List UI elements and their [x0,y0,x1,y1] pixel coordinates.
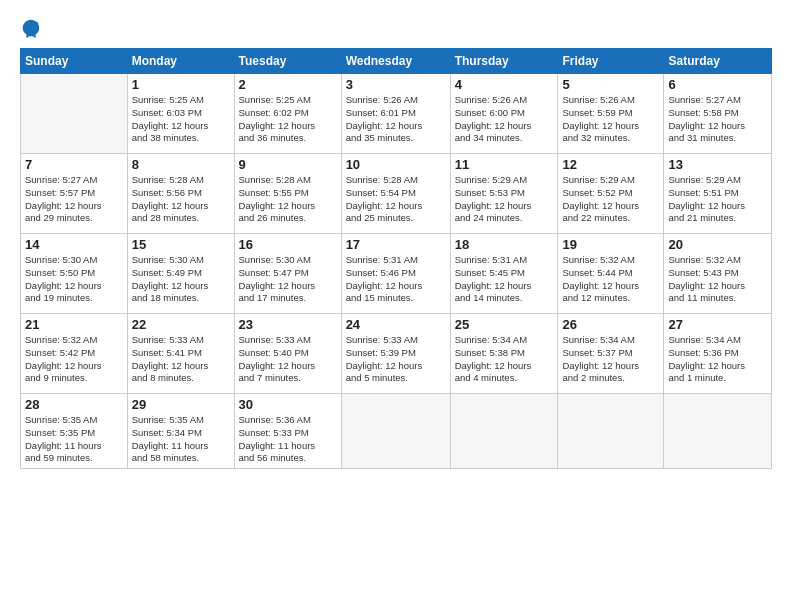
day-info: Sunrise: 5:27 AM Sunset: 5:57 PM Dayligh… [25,174,123,225]
day-number: 7 [25,157,123,172]
calendar-cell: 7Sunrise: 5:27 AM Sunset: 5:57 PM Daylig… [21,154,128,234]
calendar-cell: 18Sunrise: 5:31 AM Sunset: 5:45 PM Dayli… [450,234,558,314]
calendar-week-row: 21Sunrise: 5:32 AM Sunset: 5:42 PM Dayli… [21,314,772,394]
calendar-day-header: Saturday [664,49,772,74]
day-info: Sunrise: 5:33 AM Sunset: 5:40 PM Dayligh… [239,334,337,385]
day-info: Sunrise: 5:30 AM Sunset: 5:49 PM Dayligh… [132,254,230,305]
calendar-cell: 23Sunrise: 5:33 AM Sunset: 5:40 PM Dayli… [234,314,341,394]
calendar-cell: 25Sunrise: 5:34 AM Sunset: 5:38 PM Dayli… [450,314,558,394]
day-number: 22 [132,317,230,332]
calendar-cell: 11Sunrise: 5:29 AM Sunset: 5:53 PM Dayli… [450,154,558,234]
page-header [20,18,772,40]
day-number: 21 [25,317,123,332]
day-info: Sunrise: 5:34 AM Sunset: 5:38 PM Dayligh… [455,334,554,385]
day-info: Sunrise: 5:36 AM Sunset: 5:33 PM Dayligh… [239,414,337,465]
calendar-day-header: Thursday [450,49,558,74]
calendar-cell: 2Sunrise: 5:25 AM Sunset: 6:02 PM Daylig… [234,74,341,154]
calendar-cell: 4Sunrise: 5:26 AM Sunset: 6:00 PM Daylig… [450,74,558,154]
day-info: Sunrise: 5:32 AM Sunset: 5:44 PM Dayligh… [562,254,659,305]
calendar-cell: 24Sunrise: 5:33 AM Sunset: 5:39 PM Dayli… [341,314,450,394]
calendar-cell: 26Sunrise: 5:34 AM Sunset: 5:37 PM Dayli… [558,314,664,394]
calendar-day-header: Sunday [21,49,128,74]
day-number: 15 [132,237,230,252]
day-number: 13 [668,157,767,172]
logo [20,18,44,40]
calendar-cell: 6Sunrise: 5:27 AM Sunset: 5:58 PM Daylig… [664,74,772,154]
calendar-header-row: SundayMondayTuesdayWednesdayThursdayFrid… [21,49,772,74]
day-number: 16 [239,237,337,252]
day-info: Sunrise: 5:29 AM Sunset: 5:53 PM Dayligh… [455,174,554,225]
day-number: 28 [25,397,123,412]
calendar-week-row: 28Sunrise: 5:35 AM Sunset: 5:35 PM Dayli… [21,394,772,469]
day-number: 18 [455,237,554,252]
calendar-cell [21,74,128,154]
logo-icon [20,18,42,40]
calendar-cell: 8Sunrise: 5:28 AM Sunset: 5:56 PM Daylig… [127,154,234,234]
day-info: Sunrise: 5:33 AM Sunset: 5:39 PM Dayligh… [346,334,446,385]
calendar-cell [450,394,558,469]
calendar-cell: 19Sunrise: 5:32 AM Sunset: 5:44 PM Dayli… [558,234,664,314]
calendar-day-header: Wednesday [341,49,450,74]
day-info: Sunrise: 5:32 AM Sunset: 5:42 PM Dayligh… [25,334,123,385]
calendar-cell: 29Sunrise: 5:35 AM Sunset: 5:34 PM Dayli… [127,394,234,469]
day-info: Sunrise: 5:26 AM Sunset: 5:59 PM Dayligh… [562,94,659,145]
day-info: Sunrise: 5:26 AM Sunset: 6:01 PM Dayligh… [346,94,446,145]
calendar-day-header: Tuesday [234,49,341,74]
day-number: 23 [239,317,337,332]
calendar-week-row: 14Sunrise: 5:30 AM Sunset: 5:50 PM Dayli… [21,234,772,314]
day-info: Sunrise: 5:30 AM Sunset: 5:47 PM Dayligh… [239,254,337,305]
day-info: Sunrise: 5:28 AM Sunset: 5:54 PM Dayligh… [346,174,446,225]
day-number: 27 [668,317,767,332]
day-number: 29 [132,397,230,412]
day-info: Sunrise: 5:34 AM Sunset: 5:37 PM Dayligh… [562,334,659,385]
calendar-cell: 30Sunrise: 5:36 AM Sunset: 5:33 PM Dayli… [234,394,341,469]
day-number: 2 [239,77,337,92]
calendar-cell: 1Sunrise: 5:25 AM Sunset: 6:03 PM Daylig… [127,74,234,154]
calendar-cell [341,394,450,469]
day-number: 14 [25,237,123,252]
day-number: 9 [239,157,337,172]
calendar-day-header: Friday [558,49,664,74]
day-number: 20 [668,237,767,252]
day-info: Sunrise: 5:32 AM Sunset: 5:43 PM Dayligh… [668,254,767,305]
day-info: Sunrise: 5:35 AM Sunset: 5:35 PM Dayligh… [25,414,123,465]
calendar-cell: 22Sunrise: 5:33 AM Sunset: 5:41 PM Dayli… [127,314,234,394]
day-info: Sunrise: 5:33 AM Sunset: 5:41 PM Dayligh… [132,334,230,385]
calendar-day-header: Monday [127,49,234,74]
calendar-cell: 16Sunrise: 5:30 AM Sunset: 5:47 PM Dayli… [234,234,341,314]
calendar-cell: 15Sunrise: 5:30 AM Sunset: 5:49 PM Dayli… [127,234,234,314]
day-number: 8 [132,157,230,172]
day-number: 30 [239,397,337,412]
day-number: 6 [668,77,767,92]
calendar-cell: 17Sunrise: 5:31 AM Sunset: 5:46 PM Dayli… [341,234,450,314]
day-info: Sunrise: 5:26 AM Sunset: 6:00 PM Dayligh… [455,94,554,145]
day-info: Sunrise: 5:27 AM Sunset: 5:58 PM Dayligh… [668,94,767,145]
day-number: 11 [455,157,554,172]
day-number: 12 [562,157,659,172]
calendar-week-row: 1Sunrise: 5:25 AM Sunset: 6:03 PM Daylig… [21,74,772,154]
calendar-cell [664,394,772,469]
day-number: 25 [455,317,554,332]
calendar-table: SundayMondayTuesdayWednesdayThursdayFrid… [20,48,772,469]
day-info: Sunrise: 5:28 AM Sunset: 5:55 PM Dayligh… [239,174,337,225]
day-info: Sunrise: 5:25 AM Sunset: 6:02 PM Dayligh… [239,94,337,145]
calendar-cell: 14Sunrise: 5:30 AM Sunset: 5:50 PM Dayli… [21,234,128,314]
day-info: Sunrise: 5:35 AM Sunset: 5:34 PM Dayligh… [132,414,230,465]
day-number: 19 [562,237,659,252]
day-info: Sunrise: 5:29 AM Sunset: 5:52 PM Dayligh… [562,174,659,225]
day-info: Sunrise: 5:31 AM Sunset: 5:46 PM Dayligh… [346,254,446,305]
day-number: 3 [346,77,446,92]
calendar-cell: 3Sunrise: 5:26 AM Sunset: 6:01 PM Daylig… [341,74,450,154]
calendar-week-row: 7Sunrise: 5:27 AM Sunset: 5:57 PM Daylig… [21,154,772,234]
day-info: Sunrise: 5:25 AM Sunset: 6:03 PM Dayligh… [132,94,230,145]
day-info: Sunrise: 5:30 AM Sunset: 5:50 PM Dayligh… [25,254,123,305]
calendar-cell [558,394,664,469]
calendar-cell: 10Sunrise: 5:28 AM Sunset: 5:54 PM Dayli… [341,154,450,234]
day-info: Sunrise: 5:31 AM Sunset: 5:45 PM Dayligh… [455,254,554,305]
day-number: 17 [346,237,446,252]
day-number: 5 [562,77,659,92]
calendar-cell: 12Sunrise: 5:29 AM Sunset: 5:52 PM Dayli… [558,154,664,234]
day-number: 1 [132,77,230,92]
calendar-cell: 21Sunrise: 5:32 AM Sunset: 5:42 PM Dayli… [21,314,128,394]
day-number: 4 [455,77,554,92]
